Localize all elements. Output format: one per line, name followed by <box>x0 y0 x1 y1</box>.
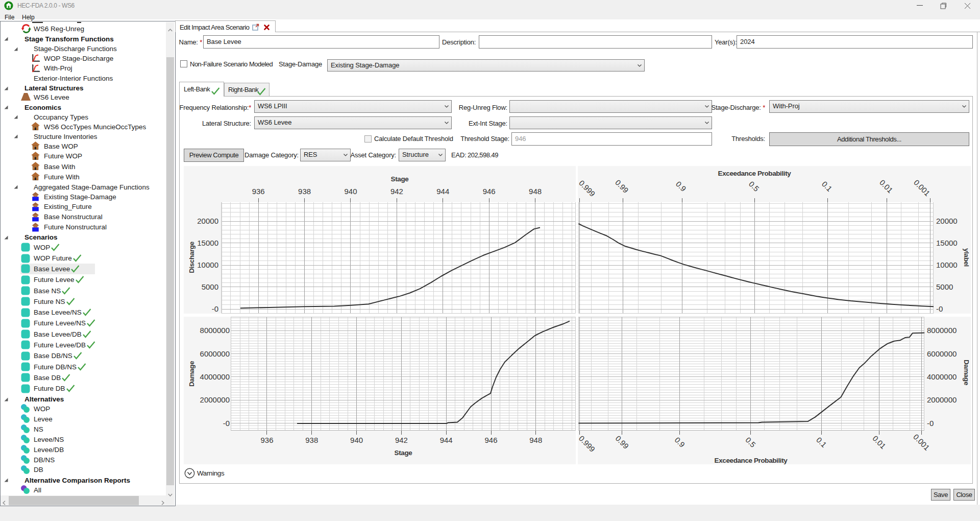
svg-text:10000: 10000 <box>936 260 958 269</box>
svg-text:948: 948 <box>529 187 542 196</box>
svg-text:946: 946 <box>483 187 496 196</box>
svg-text:2000000: 2000000 <box>927 395 957 404</box>
svg-text:10000: 10000 <box>197 260 218 269</box>
svg-text:938: 938 <box>305 436 318 444</box>
svg-text:15000: 15000 <box>936 239 958 247</box>
svg-text:ylabel: ylabel <box>963 248 970 267</box>
svg-text:942: 942 <box>390 187 403 196</box>
svg-text:-0: -0 <box>212 304 218 313</box>
svg-text:Damage: Damage <box>188 361 195 387</box>
svg-text:8000000: 8000000 <box>927 326 957 335</box>
svg-text:6000000: 6000000 <box>200 349 230 358</box>
svg-text:2000000: 2000000 <box>200 395 230 404</box>
svg-text:944: 944 <box>440 436 453 444</box>
svg-text:936: 936 <box>260 436 273 444</box>
svg-text:Discharge: Discharge <box>188 241 195 273</box>
svg-text:Stage: Stage <box>395 449 413 457</box>
svg-text:15000: 15000 <box>197 239 218 247</box>
svg-text:Damage: Damage <box>963 360 970 386</box>
svg-text:936: 936 <box>252 187 265 196</box>
svg-text:940: 940 <box>344 187 357 196</box>
svg-text:20000: 20000 <box>197 217 218 225</box>
svg-text:-0: -0 <box>927 419 934 428</box>
svg-text:8000000: 8000000 <box>200 326 230 335</box>
svg-text:946: 946 <box>484 436 497 444</box>
svg-text:Stage: Stage <box>391 175 409 183</box>
svg-text:Exceedance Probability: Exceedance Probability <box>718 170 792 177</box>
svg-text:5000: 5000 <box>936 282 953 291</box>
svg-text:948: 948 <box>529 436 542 444</box>
svg-text:Exceedance Probability: Exceedance Probability <box>715 457 788 464</box>
svg-text:4000000: 4000000 <box>200 372 230 381</box>
svg-text:938: 938 <box>298 187 311 196</box>
svg-text:940: 940 <box>350 436 363 444</box>
svg-text:942: 942 <box>395 436 408 444</box>
svg-text:5000: 5000 <box>202 282 218 291</box>
svg-text:-0: -0 <box>936 304 943 313</box>
svg-text:944: 944 <box>436 187 449 196</box>
svg-text:20000: 20000 <box>936 217 958 225</box>
svg-text:4000000: 4000000 <box>927 372 957 381</box>
svg-text:6000000: 6000000 <box>927 349 957 358</box>
svg-text:-0: -0 <box>223 419 230 428</box>
